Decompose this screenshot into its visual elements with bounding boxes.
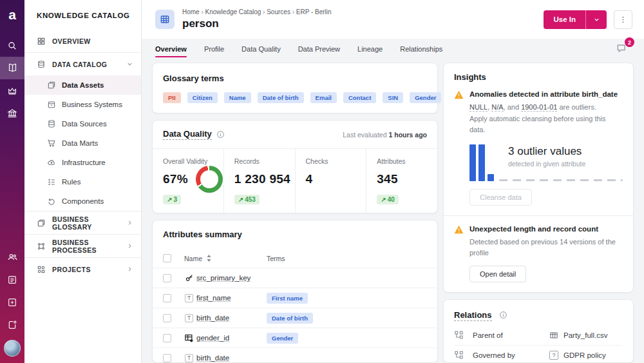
column-header-name[interactable]: Name xyxy=(184,255,202,262)
sidebar-item-data-catalog[interactable]: DATA CATALOG xyxy=(24,53,141,75)
sidebar-item-projects[interactable]: PROJECTS xyxy=(24,258,141,280)
row-checkbox[interactable] xyxy=(163,314,171,322)
validity-donut-chart xyxy=(196,166,223,193)
glossary-tag[interactable]: Name xyxy=(224,92,251,103)
sidebar-item-rules[interactable]: Rules xyxy=(24,172,141,191)
users-icon[interactable] xyxy=(0,246,24,268)
sidebar-item-data-assets[interactable]: Data Assets xyxy=(24,75,141,95)
breadcrumb-sources[interactable]: Sources xyxy=(267,8,296,15)
row-checkbox[interactable] xyxy=(163,334,171,342)
comments-icon[interactable]: 2 xyxy=(616,42,630,56)
relations-title[interactable]: Relations xyxy=(454,310,492,321)
sidebar-item-overview[interactable]: OVERVIEW xyxy=(24,30,141,52)
term-tag[interactable]: Gender xyxy=(267,333,298,344)
glossary-tag[interactable]: Contact xyxy=(343,92,376,103)
sidebar-item-infrastructure[interactable]: Infrastructure xyxy=(24,153,141,172)
sidebar-item-business-processes[interactable]: BUSINESS PROCESSES xyxy=(24,235,141,257)
attribute-row: T birth_date xyxy=(153,348,437,363)
sidebar-item-data-sources[interactable]: Data Sources xyxy=(24,114,141,133)
open-detail-button[interactable]: Open detail xyxy=(469,266,526,282)
relation-target[interactable]: Party_full.csv xyxy=(549,331,623,340)
sidebar-item-components[interactable]: Components xyxy=(24,191,141,211)
row-checkbox[interactable] xyxy=(163,354,171,362)
stat-label: Records xyxy=(234,157,286,165)
data-assets-icon xyxy=(47,81,56,90)
cleanse-data-button[interactable]: Cleanse data xyxy=(469,189,532,206)
outlier-value[interactable]: N/A xyxy=(491,103,503,112)
insights-card: Insights Anomalies detected in attribute… xyxy=(443,63,634,293)
tab-relationships[interactable]: Relationships xyxy=(400,44,442,59)
attribute-link[interactable]: birth_date xyxy=(196,354,267,362)
crown-icon[interactable] xyxy=(0,79,24,102)
chart-annotation: 3 outlier values detected in given attri… xyxy=(508,145,585,168)
breadcrumb-knowledge-catalog[interactable]: Knowledge Catalog xyxy=(205,8,267,15)
text-type-icon: T xyxy=(184,354,194,362)
chart-bar xyxy=(478,144,485,181)
policy-icon: ? xyxy=(549,351,558,360)
glossary-tag[interactable]: SIN xyxy=(383,92,403,103)
relation-flow-icon xyxy=(454,330,464,340)
anomaly-warning-body: Anomalies detected in attribute birth_da… xyxy=(469,90,623,206)
term-tag[interactable]: First name xyxy=(267,293,308,304)
outlier-value[interactable]: NULL xyxy=(469,103,488,112)
sidebar-item-business-systems[interactable]: Business Systems xyxy=(24,95,141,114)
institution-icon[interactable] xyxy=(0,102,24,124)
sidebar-item-data-marts[interactable]: Data Marts xyxy=(24,133,141,153)
notes-icon[interactable] xyxy=(0,268,24,291)
sidebar-item-label: Data Marts xyxy=(62,139,98,147)
tab-data-quality[interactable]: Data Quality xyxy=(242,44,281,59)
delta-badge: ↗453 xyxy=(234,195,260,204)
sidebar-item-business-glossary[interactable]: BUSINESS GLOSSARY xyxy=(24,211,141,234)
outlier-value[interactable]: 1900-01-01 xyxy=(521,103,557,112)
relation-type[interactable]: Governed by xyxy=(473,351,549,359)
chevron-right-icon xyxy=(126,242,133,250)
term-tag[interactable]: Date of birth xyxy=(267,313,313,324)
select-all-checkbox[interactable] xyxy=(163,254,171,262)
column-header-terms: Terms xyxy=(267,255,285,262)
device-status-icon[interactable] xyxy=(0,313,24,336)
row-checkbox[interactable] xyxy=(163,274,171,282)
attribute-link[interactable]: first_name xyxy=(196,294,267,302)
glossary-tag[interactable]: PII xyxy=(163,92,181,103)
tab-lineage[interactable]: Lineage xyxy=(357,44,383,59)
breadcrumb: HomeKnowledge CatalogSourcesERP - Berlin xyxy=(182,8,332,15)
use-in-dropdown-button[interactable] xyxy=(585,10,607,29)
knowledge-catalog-icon[interactable] xyxy=(0,57,24,79)
sidebar-item-label: OVERVIEW xyxy=(52,37,91,45)
rules-icon xyxy=(47,177,56,186)
tab-overview[interactable]: Overview xyxy=(155,44,187,59)
data-quality-title[interactable]: Data Quality xyxy=(163,129,212,140)
glossary-tag[interactable]: Gender xyxy=(410,92,441,103)
warning-icon xyxy=(454,90,464,206)
glossary-tag[interactable]: Citizen xyxy=(187,92,218,103)
data-quality-stats: Overall Validity 67% ↗3 Records 1 230 95… xyxy=(153,149,437,213)
more-options-button[interactable] xyxy=(614,10,632,29)
lookup-table-icon xyxy=(184,333,194,343)
tab-profile[interactable]: Profile xyxy=(204,44,224,59)
length-warning: Unexpected length and record count Detec… xyxy=(454,225,623,282)
sort-icon[interactable] xyxy=(206,255,212,262)
main-area: HomeKnowledge CatalogSourcesERP - Berlin… xyxy=(142,0,644,363)
relation-target[interactable]: ? GDPR policy xyxy=(549,351,623,360)
data-marts-icon xyxy=(47,139,56,148)
data-sources-icon xyxy=(47,119,56,128)
glossary-tag[interactable]: Date of birth xyxy=(258,92,304,103)
breadcrumb-home[interactable]: Home xyxy=(182,8,205,15)
app-icon-rail: a xyxy=(0,0,24,363)
use-in-button[interactable]: Use In xyxy=(544,10,585,29)
relation-type[interactable]: Parent of xyxy=(473,331,549,339)
user-avatar[interactable] xyxy=(4,340,21,357)
attribute-link[interactable]: gender_id xyxy=(196,334,267,342)
ataccama-logo[interactable]: a xyxy=(8,8,16,21)
tab-data-preview[interactable]: Data Preview xyxy=(298,44,340,59)
row-checkbox[interactable] xyxy=(163,294,171,302)
attribute-link[interactable]: src_primary_key xyxy=(196,274,267,282)
search-icon[interactable] xyxy=(0,34,24,57)
relation-row: Governed by ? GDPR policy xyxy=(454,346,623,363)
info-icon[interactable] xyxy=(499,311,507,319)
info-icon[interactable] xyxy=(216,130,225,139)
attribute-link[interactable]: birth_date xyxy=(196,314,267,322)
integrations-icon[interactable] xyxy=(0,291,24,313)
glossary-tag[interactable]: Email xyxy=(310,92,337,103)
text-type-icon: T xyxy=(184,294,194,302)
